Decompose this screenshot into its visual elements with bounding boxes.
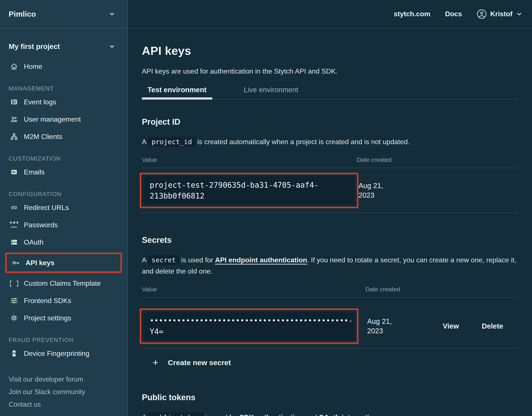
sidebar-item-oauth[interactable]: OAuth (0, 234, 127, 251)
sidebar-item-passwords[interactable]: *** Passwords (0, 216, 127, 234)
svg-text:***: *** (10, 221, 18, 227)
project-settings-icon (10, 314, 18, 322)
secrets-section: Secrets A secret is used for API endpoin… (142, 236, 519, 367)
topbar-link-stytch[interactable]: stytch.com (394, 10, 430, 18)
section-heading: Project ID (142, 117, 519, 127)
desc-text: A (142, 413, 148, 416)
desc-text: and (303, 413, 319, 416)
create-new-secret-label: Create new secret (168, 359, 231, 367)
project-id-value[interactable]: project-test-2790635d-ba31-4705-aaf4- 21… (143, 176, 355, 205)
sidebar-item-custom-claims-template[interactable]: { } Custom Claims Template (0, 275, 127, 292)
secret-row: ••••••••••••••••••••••••••••••••••••••••… (142, 308, 519, 344)
link-sdk-authentication[interactable]: SDK authentication (239, 413, 303, 416)
tab-live-environment[interactable]: Live environment (238, 86, 304, 99)
view-secret-button[interactable]: View (443, 322, 459, 330)
link-slack-community[interactable]: Join our Slack community (9, 386, 85, 398)
divider (142, 213, 519, 213)
sidebar-item-device-fingerprinting[interactable]: Device Fingerprinting (0, 345, 127, 362)
column-value: Value (142, 286, 157, 293)
desc-text: is used for (179, 256, 215, 264)
m2m-clients-icon (10, 132, 18, 141)
sidebar-item-label: Home (24, 63, 42, 71)
sidebar-item-label: Passwords (24, 221, 58, 229)
code-line: Y4= (150, 326, 348, 337)
sidebar-item-emails[interactable]: Emails (0, 163, 127, 181)
divider (142, 297, 519, 298)
link-developer-forum[interactable]: Visit our developer forum (9, 373, 85, 386)
divider (142, 348, 519, 349)
sidebar-item-label: Project settings (24, 314, 71, 322)
sidebar-item-m2m-clients[interactable]: M2M Clients (0, 128, 127, 145)
sidebar-item-label: Redirect URLs (24, 204, 69, 212)
sidebar-item-event-logs[interactable]: Event logs (0, 93, 127, 111)
project-id-row: project-test-2790635d-ba31-4705-aaf4- 21… (142, 173, 519, 208)
link-api-endpoint-authentication[interactable]: API endpoint authentication (215, 256, 307, 264)
passwords-icon: *** (10, 221, 18, 229)
secret-date-created: Aug 21, 2023 (367, 317, 392, 336)
user-menu[interactable]: Kristof (477, 9, 522, 19)
create-new-secret-button[interactable]: + Create new secret (153, 358, 231, 367)
org-switcher[interactable]: Pimlico (0, 0, 127, 28)
project-id-description: A project_id is created automatically wh… (142, 136, 519, 147)
topbar-link-docs[interactable]: Docs (445, 10, 462, 18)
sidebar-item-label: Event logs (24, 98, 56, 106)
public-tokens-section: Public tokens A public_token is used for… (142, 393, 519, 416)
divider (142, 168, 519, 168)
link-contact-us[interactable]: Contact us (9, 398, 85, 411)
project-selector[interactable]: My first project (0, 37, 127, 56)
sidebar-item-redirect-urls[interactable]: Redirect URLs (0, 199, 127, 216)
column-value: Value (142, 156, 157, 163)
sidebar-item-label: Device Fingerprinting (24, 350, 89, 358)
project-id-highlight-annotation: project-test-2790635d-ba31-4705-aaf4- 21… (140, 173, 358, 208)
topbar: stytch.com Docs Kristof (128, 0, 532, 28)
desc-text: A (142, 256, 148, 264)
sidebar-nav: Home MANAGEMENT Event logs User manageme… (0, 56, 127, 362)
org-name: Pimlico (9, 10, 36, 19)
sidebar-item-frontend-sdks[interactable]: Frontend SDKs (0, 292, 127, 309)
sidebar-item-user-management[interactable]: User management (0, 111, 127, 128)
avatar-icon (477, 9, 487, 19)
section-heading: Public tokens (142, 393, 519, 402)
public-tokens-description: A public_token is used for SDK authentic… (142, 412, 519, 416)
api-keys-highlight-annotation: API keys (5, 253, 122, 273)
frontend-sdks-icon (10, 296, 18, 305)
chevron-down-icon (109, 11, 115, 17)
sidebar-item-api-keys[interactable]: API keys (7, 254, 120, 271)
inline-code-secret: secret (148, 255, 179, 265)
sidebar-item-label: M2M Clients (24, 133, 62, 141)
chevron-down-icon (109, 43, 115, 50)
sidebar: Pimlico My first project Home MANAGEMENT… (0, 0, 128, 416)
sidebar-item-label: API keys (26, 259, 54, 267)
sidebar-item-label: Emails (24, 168, 45, 176)
oauth-icon (10, 238, 18, 246)
desc-text: is used for (203, 413, 239, 416)
sidebar-item-label: Frontend SDKs (24, 297, 71, 305)
desc-text: . (381, 413, 383, 416)
event-logs-icon (10, 98, 18, 106)
sidebar-item-project-settings[interactable]: Project settings (0, 309, 127, 327)
sidebar-item-home[interactable]: Home (0, 58, 127, 75)
code-line: 213bb0f06812 (150, 190, 348, 201)
tab-test-environment[interactable]: Test environment (142, 86, 212, 99)
sidebar-section-customization: CUSTOMIZATION (0, 154, 127, 163)
project-id-section: Project ID A project_id is created autom… (142, 117, 519, 213)
secret-masked-value[interactable]: ••••••••••••••••••••••••••••••••••••••••… (143, 312, 355, 340)
svg-text:{ }: { } (10, 279, 18, 287)
sidebar-item-label: Custom Claims Template (24, 279, 101, 287)
table-header: Value Date created (142, 156, 519, 163)
secrets-description: A secret is used for API endpoint authen… (142, 254, 519, 277)
link-oauth-integrations[interactable]: OAuth integrations (319, 413, 381, 416)
delete-secret-button[interactable]: Delete (482, 322, 503, 330)
column-date-created: Date created (357, 156, 391, 163)
section-heading: Secrets (142, 236, 519, 245)
api-keys-icon (12, 259, 20, 267)
date-line: Aug 21, (358, 181, 383, 190)
sidebar-item-label: User management (24, 115, 81, 123)
desc-text: is created automatically when a project … (195, 138, 410, 146)
sidebar-item-label: OAuth (24, 238, 44, 246)
main-content: API keys API keys are used for authentic… (128, 28, 532, 416)
page-subtitle: API keys are used for authentication in … (142, 67, 519, 75)
secret-highlight-annotation: ••••••••••••••••••••••••••••••••••••••••… (140, 308, 358, 344)
date-line: 2023 (358, 190, 383, 200)
project-selector-label: My first project (9, 42, 60, 51)
